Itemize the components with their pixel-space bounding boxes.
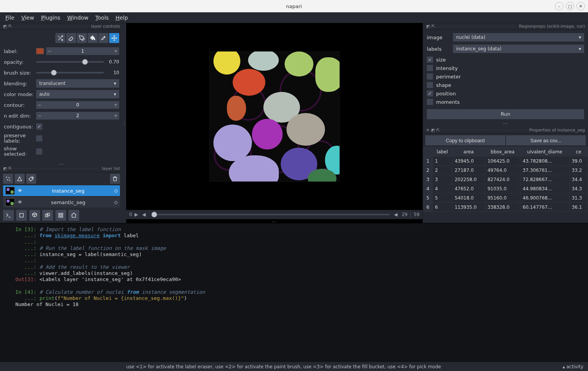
cell-image	[209, 51, 340, 182]
column-header[interactable]: uivalent_diame	[520, 147, 570, 156]
move-icon[interactable]	[109, 33, 119, 43]
ipython-console[interactable]: In [3]: # Import the label function ...:…	[0, 223, 588, 362]
column-header[interactable]: label	[433, 147, 452, 156]
table-row[interactable]: 1143945.0106425.043.782808...39.0	[423, 156, 588, 166]
checkbox-size[interactable]: ✓	[427, 57, 433, 63]
dim-slider[interactable]	[152, 214, 390, 215]
new-points-icon[interactable]	[3, 174, 13, 184]
viewer-canvas[interactable]	[126, 23, 423, 210]
checkbox-shape[interactable]	[427, 82, 433, 88]
svg-rect-5	[20, 213, 23, 217]
run-button[interactable]: Run	[427, 109, 584, 119]
copy-clipboard-button[interactable]: Copy to clipboard	[425, 135, 505, 145]
checkbox-perimeter[interactable]	[427, 73, 433, 80]
column-header[interactable]: bbox_area	[485, 147, 520, 156]
new-labels-icon[interactable]	[26, 174, 36, 184]
regionprops-title: Regionprops (scikit-image, nsr)	[519, 24, 585, 29]
label-spinner[interactable]: − 1 +	[46, 47, 119, 55]
ndisplay-2d-icon[interactable]	[16, 210, 27, 221]
checkbox-moments[interactable]	[427, 99, 433, 105]
home-icon[interactable]	[68, 210, 79, 221]
shuffle-icon[interactable]	[55, 33, 65, 43]
layer-item-semantic_seg[interactable]: 👁 semantic_seg ◇	[3, 197, 120, 208]
column-header[interactable]: area	[452, 147, 485, 156]
rp-image-select[interactable]: nuclei (data)▾	[453, 33, 584, 42]
brush-size-label: brush size:	[4, 70, 34, 76]
color-mode-select[interactable]: auto▾	[36, 90, 119, 98]
menu-tools[interactable]: Tools	[95, 15, 109, 21]
brush-size-slider[interactable]	[36, 72, 104, 73]
save-csv-button[interactable]: Save as csv...	[506, 135, 586, 145]
minimize-button[interactable]: –	[555, 2, 563, 10]
menu-plugins[interactable]: Plugins	[41, 15, 60, 21]
column-header[interactable]: ce	[569, 147, 588, 156]
new-shapes-icon[interactable]	[15, 174, 25, 184]
eraser-icon[interactable]	[66, 33, 76, 43]
properties-table[interactable]: labelareabbox_areauivalent_diamece114394…	[423, 147, 588, 223]
contiguous-checkbox[interactable]: ✓	[36, 123, 42, 130]
ndisplay-3d-icon[interactable]	[29, 210, 40, 221]
svg-point-4	[32, 178, 33, 178]
visibility-toggle-icon[interactable]: 👁	[18, 188, 22, 193]
brush-icon[interactable]	[77, 33, 87, 43]
statusbar-hint: use <1> for activate the label eraser, u…	[126, 364, 441, 369]
layer-controls-header[interactable]: ◩ ⇱ layer controls	[0, 23, 123, 30]
blending-select[interactable]: translucent▾	[36, 79, 119, 88]
n-edit-dim-spinner[interactable]: −2+	[36, 112, 119, 120]
menu-view[interactable]: View	[21, 15, 34, 21]
opacity-slider[interactable]	[36, 61, 104, 63]
menu-window[interactable]: Window	[67, 15, 88, 21]
play-backward-icon[interactable]: ◀	[142, 212, 148, 217]
label-increment[interactable]: +	[112, 48, 119, 54]
checkbox-label-position: position	[436, 91, 456, 96]
panel-resize-handle[interactable]: ⋯	[0, 161, 123, 165]
grid-icon[interactable]	[55, 210, 66, 221]
layer-list-header[interactable]: ◩ ⇱ layer list	[0, 165, 123, 172]
table-row[interactable]: 5554018.095160.046.900768...31.3	[423, 193, 588, 203]
delete-layer-icon[interactable]	[110, 174, 120, 184]
brush-size-value: 10	[106, 70, 119, 75]
table-row[interactable]: 2227187.049764.037.306761...33.2	[423, 166, 588, 175]
panel-resize-handle[interactable]: ⋯	[427, 121, 584, 125]
roll-dims-icon[interactable]	[42, 210, 53, 221]
dim-position: 0	[129, 212, 132, 217]
svg-point-0	[6, 177, 7, 178]
play-forward-icon[interactable]: ▶	[135, 212, 140, 217]
checkbox-label-shape: shape	[436, 82, 451, 88]
show-selected-checkbox[interactable]	[36, 148, 42, 155]
statusbar: use <1> for activate the label eraser, u…	[0, 362, 588, 371]
picker-icon[interactable]	[98, 33, 108, 43]
rp-labels-select[interactable]: instance_seg (data)▾	[453, 45, 584, 53]
checkbox-position[interactable]: ✓	[427, 90, 433, 96]
fill-icon[interactable]	[88, 33, 98, 43]
svg-rect-10	[59, 216, 60, 217]
svg-point-1	[8, 177, 10, 178]
table-row[interactable]: 33202258.0827424.072.828667...34.4	[423, 175, 588, 184]
maximize-button[interactable]: ▢	[566, 2, 574, 10]
menu-file[interactable]: File	[5, 15, 14, 21]
checkbox-label-moments: moments	[436, 99, 460, 105]
preserve-labels-checkbox[interactable]	[36, 135, 42, 141]
label-decrement[interactable]: −	[46, 48, 53, 54]
canvas-resize-handle[interactable]: ⋯	[126, 219, 423, 223]
dim-max: 59	[414, 212, 420, 217]
step-back-icon[interactable]: ◀	[394, 212, 399, 217]
checkbox-intensity[interactable]	[427, 65, 433, 71]
layer-item-instance_seg[interactable]: 👁 instance_seg ◇	[3, 185, 120, 196]
properties-header[interactable]: ✕ ◩ ⇱ Properties of instance_seg	[423, 127, 588, 134]
contour-spinner[interactable]: −0+	[36, 101, 119, 109]
console-toggle-icon[interactable]	[3, 210, 14, 221]
activity-indicator[interactable]: ▴ activity	[563, 364, 583, 369]
label-label: label:	[4, 48, 34, 54]
regionprops-header[interactable]: ◩ ⇱ Regionprops (scikit-image, nsr)	[423, 23, 588, 30]
n-edit-dim-label: n edit dim:	[4, 113, 34, 119]
visibility-toggle-icon[interactable]: 👁	[18, 200, 22, 205]
layer-thumbnail	[5, 187, 15, 195]
table-row[interactable]: 4447652.091035.044.980834...34.3	[423, 184, 588, 193]
splitter-handle[interactable]: ⋮	[123, 23, 126, 223]
close-button[interactable]: ✕	[576, 2, 585, 10]
layer-controls-title: layer controls	[91, 24, 120, 29]
menu-help[interactable]: Help	[116, 15, 128, 21]
label-color-swatch[interactable]	[36, 48, 44, 54]
table-row[interactable]: 66113935.0338328.060.147767...36.1	[423, 203, 588, 212]
